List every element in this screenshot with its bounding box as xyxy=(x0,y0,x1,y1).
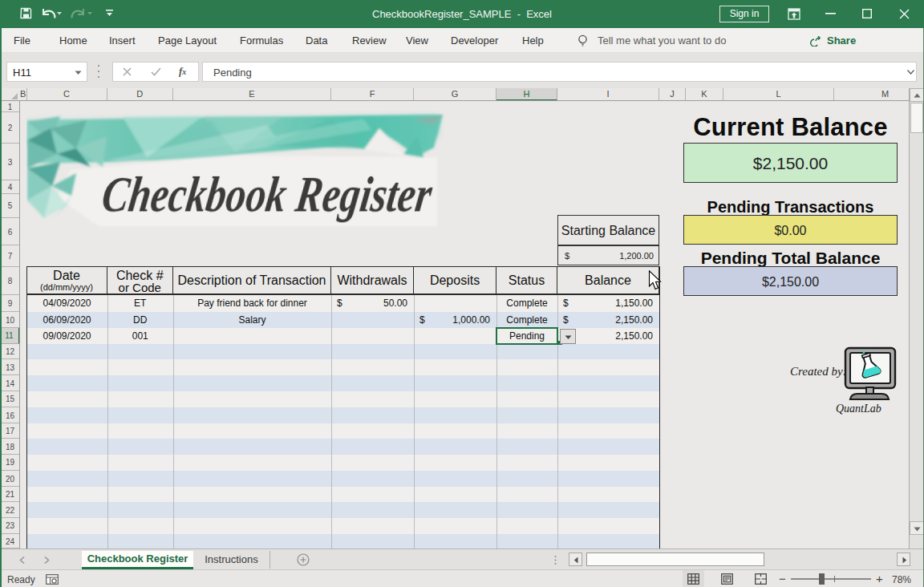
svg-text:Checkbook Register: Checkbook Register xyxy=(99,166,436,222)
svg-text:QuantLab: QuantLab xyxy=(836,403,881,415)
svg-text:Created by:: Created by: xyxy=(790,365,847,378)
